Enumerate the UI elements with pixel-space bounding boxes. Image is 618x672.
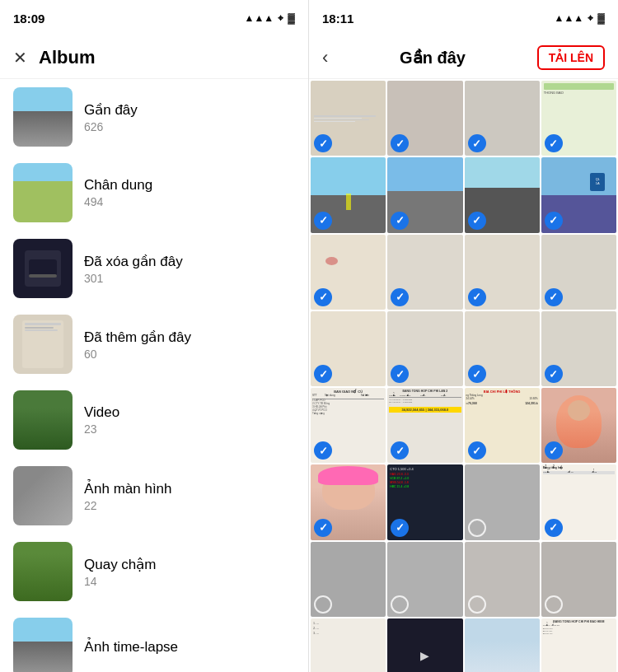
album-item-deleted[interactable]: Đã xóa gần đây 301 xyxy=(0,231,308,306)
check-5-4[interactable]: ✓ xyxy=(545,441,563,460)
grid-cell-7-2[interactable] xyxy=(387,542,462,617)
grid-cell-8-4[interactable]: BANG TONG HOP CHI PHI BAO HIEM Khoản / T… xyxy=(541,618,616,672)
grid-cell-7-1[interactable] xyxy=(311,542,386,617)
grid-cell-2-4[interactable]: QL1A ✓ xyxy=(541,157,616,232)
grid-cell-2-2[interactable]: ✓ xyxy=(387,157,462,232)
grid-cell-8-3[interactable] xyxy=(465,618,540,672)
grid-cell-7-4[interactable] xyxy=(541,542,616,617)
check-5-3[interactable]: ✓ xyxy=(468,441,486,460)
close-button[interactable]: ✕ xyxy=(13,48,27,68)
check-2-4[interactable]: ✓ xyxy=(545,212,563,230)
grid-row-7 xyxy=(311,542,616,617)
check-2-2[interactable]: ✓ xyxy=(391,212,409,230)
album-item-recent[interactable]: Gần đây 626 xyxy=(0,79,308,155)
check-2-3[interactable]: ✓ xyxy=(468,212,486,230)
grid-cell-1-2[interactable]: ✓ xyxy=(387,81,462,156)
check-3-1[interactable]: ✓ xyxy=(314,288,332,306)
album-item-screenshot[interactable]: Ảnh màn hình 22 xyxy=(0,458,308,534)
grid-cell-8-2[interactable]: ▶ 00:10 ⊙ xyxy=(387,618,462,672)
check-7-1[interactable] xyxy=(314,595,332,614)
grid-cell-4-1[interactable]: ✓ xyxy=(311,311,386,386)
grid-cell-2-1[interactable]: ✓ xyxy=(311,157,386,232)
album-item-timelapse[interactable]: Ảnh time-lapse xyxy=(0,609,308,672)
grid-cell-8-1[interactable]: 1. ... 2. ... 3. ... xyxy=(311,618,386,672)
album-count-recent: 626 xyxy=(84,120,138,133)
check-4-2[interactable]: ✓ xyxy=(391,365,409,383)
battery-icon: ▓ xyxy=(288,12,295,24)
right-battery-icon: ▓ xyxy=(597,12,605,24)
check-2-1[interactable]: ✓ xyxy=(314,212,332,230)
upload-button[interactable]: TẢI LÊN xyxy=(537,45,605,70)
check-4-4[interactable]: ✓ xyxy=(545,365,563,383)
right-wifi-icon: ⌖ xyxy=(588,12,593,24)
grid-cell-2-3[interactable]: ✓ xyxy=(465,157,540,232)
check-6-2[interactable]: ✓ xyxy=(391,519,409,537)
signal-icon: ▲▲▲ xyxy=(245,12,274,24)
check-6-1[interactable]: ✓ xyxy=(314,519,332,537)
grid-cell-4-4[interactable]: ✓ xyxy=(541,311,616,386)
status-bar-right: 18:11 ▲▲▲ ⌖ ▓ xyxy=(309,0,618,36)
album-name-deleted: Đã xóa gần đây xyxy=(84,253,183,270)
right-panel: 18:11 ▲▲▲ ⌖ ▓ ‹ Gần đây TẢI LÊN xyxy=(309,0,618,672)
grid-cell-4-2[interactable]: ✓ xyxy=(387,311,462,386)
album-thumb-recent xyxy=(13,87,73,147)
grid-cell-1-4[interactable]: THONG BAO ✓ xyxy=(541,81,616,156)
grid-cell-5-1[interactable]: BAN GIAO NỢ CŨ STT Nội dung Số tiền 1.LA… xyxy=(311,388,386,463)
check-4-3[interactable]: ✓ xyxy=(468,365,486,383)
grid-cell-4-3[interactable]: ✓ xyxy=(465,311,540,386)
album-count-added: 60 xyxy=(84,348,191,361)
album-count-portrait: 494 xyxy=(84,195,152,208)
grid-cell-3-4[interactable]: ✓ xyxy=(541,235,616,310)
right-status-icons: ▲▲▲ ⌖ ▓ xyxy=(555,12,605,24)
grid-cell-5-3[interactable]: BIA CHI PHI LỆ THÔNG ng Thăng Long 24.14… xyxy=(465,388,540,463)
check-7-4[interactable] xyxy=(545,595,563,614)
album-count-slowmo: 14 xyxy=(84,575,156,588)
check-3-4[interactable]: ✓ xyxy=(545,288,563,306)
grid-cell-3-3[interactable]: ✓ xyxy=(465,235,540,310)
grid-cell-5-4[interactable]: ✓ xyxy=(541,388,616,463)
album-item-added[interactable]: Đã thêm gần đây 60 xyxy=(0,306,308,382)
check-4-1[interactable]: ✓ xyxy=(314,365,332,383)
check-3-3[interactable]: ✓ xyxy=(468,288,486,306)
grid-row-4: ✓ ✓ ✓ ✓ xyxy=(311,311,616,386)
album-thumb-slowmo xyxy=(13,542,73,601)
photo-grid[interactable]: ✓ ✓ ✓ THONG BAO xyxy=(309,79,618,672)
grid-cell-1-1[interactable]: ✓ xyxy=(311,81,386,156)
play-icon-8-2: ▶ xyxy=(420,649,429,662)
grid-cell-3-2[interactable]: ✓ xyxy=(387,235,462,310)
check-1-3[interactable]: ✓ xyxy=(468,134,486,152)
grid-row-2: ✓ ✓ ✓ QL1A ✓ xyxy=(311,157,616,232)
grid-cell-7-3[interactable] xyxy=(465,542,540,617)
left-status-time: 18:09 xyxy=(13,12,44,26)
grid-cell-6-3[interactable] xyxy=(465,464,540,539)
grid-cell-1-3[interactable]: ✓ xyxy=(465,81,540,156)
album-name-slowmo: Quay chậm xyxy=(84,556,156,573)
check-1-2[interactable]: ✓ xyxy=(391,134,409,152)
grid-row-5: BAN GIAO NỢ CŨ STT Nội dung Số tiền 1.LA… xyxy=(311,388,616,463)
grid-cell-6-1[interactable]: ✓ xyxy=(311,464,386,539)
grid-row-3: ✓ ✓ ✓ ✓ xyxy=(311,235,616,310)
grid-cell-6-2[interactable]: CTO 1,500 +0.4 HAG 23.8 -3.3 VCB 87.2 +1… xyxy=(387,464,462,539)
album-item-slowmo[interactable]: Quay chậm 14 xyxy=(0,534,308,609)
check-6-4[interactable]: ✓ xyxy=(545,519,563,537)
album-list: Gần đây 626 Chân dung 494 Đã xóa gần đây xyxy=(0,79,308,672)
album-item-video[interactable]: Video 23 xyxy=(0,382,308,458)
grid-cell-6-4[interactable]: Bảng tổng hợp Khoản Số TK Tổng ✓ xyxy=(541,464,616,539)
grid-cell-3-1[interactable]: ✓ xyxy=(311,235,386,310)
check-1-4[interactable]: ✓ xyxy=(545,134,563,152)
grid-row-8: 1. ... 2. ... 3. ... ▶ 00:10 ⊙ BANG TONG… xyxy=(311,618,616,672)
check-3-2[interactable]: ✓ xyxy=(391,288,409,306)
check-6-3[interactable] xyxy=(468,519,486,537)
album-name-added: Đã thêm gần đây xyxy=(84,329,191,346)
back-button[interactable]: ‹ xyxy=(322,47,328,68)
check-7-2[interactable] xyxy=(391,595,409,614)
wifi-icon: ⌖ xyxy=(278,12,283,24)
check-7-3[interactable] xyxy=(468,595,486,614)
album-item-portrait[interactable]: Chân dung 494 xyxy=(0,155,308,231)
gallery-header: ‹ Gần đây TẢI LÊN xyxy=(309,36,618,79)
grid-cell-5-2[interactable]: BANG TONG HOP CHI PHI LAN 2 Khoản Thanh … xyxy=(387,388,462,463)
album-count-video: 23 xyxy=(84,422,119,436)
album-count-deleted: 301 xyxy=(84,272,183,285)
album-thumb-deleted xyxy=(13,239,73,298)
album-name-video: Video xyxy=(84,404,119,421)
